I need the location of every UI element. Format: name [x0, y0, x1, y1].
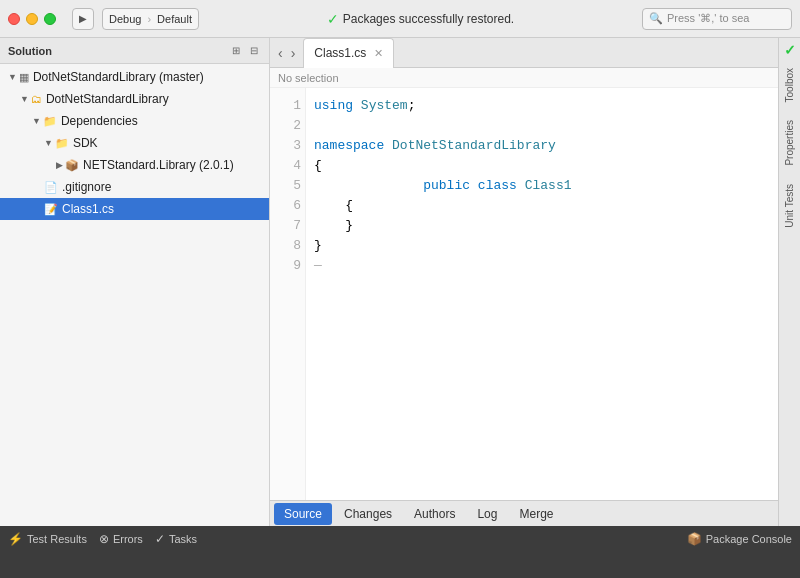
sidebar-item-solution[interactable]: ▼ ▦ DotNetStandardLibrary (master) [0, 66, 269, 88]
caret-icon: ▼ [44, 138, 53, 148]
code-line-2 [314, 116, 770, 136]
tab-source-label: Source [284, 507, 322, 521]
tab-changes-label: Changes [344, 507, 392, 521]
play-button[interactable]: ▶ [72, 8, 94, 30]
editor-status: No selection [270, 68, 778, 88]
line-numbers: 1 2 3 4 5 6 7 8 9 [270, 88, 306, 500]
tab-changes[interactable]: Changes [334, 503, 402, 525]
search-bar[interactable]: 🔍 Press '⌘,' to sea [642, 8, 792, 30]
tab-source[interactable]: Source [274, 503, 332, 525]
code-line-9: — [314, 256, 770, 276]
line-num-6: 6 [278, 196, 301, 216]
netstandard-label: NETStandard.Library (2.0.1) [83, 158, 234, 172]
search-icon: 🔍 [649, 12, 663, 25]
window-controls [8, 13, 56, 25]
errors-label: Errors [113, 533, 143, 545]
error-icon: ⊗ [99, 532, 109, 546]
solution-icon: ▦ [19, 71, 29, 84]
sidebar-collapse-btn[interactable]: ⊟ [247, 44, 261, 57]
sdk-icon: 📁 [55, 137, 69, 150]
minimize-button[interactable] [26, 13, 38, 25]
main-layout: Solution ⊞ ⊟ ▼ ▦ DotNetStandardLibrary (… [0, 38, 800, 526]
csfile-icon: 📝 [44, 203, 58, 216]
test-results-status[interactable]: ⚡ Test Results [8, 532, 87, 546]
sidebar-item-class1[interactable]: 📝 Class1.cs [0, 198, 269, 220]
lightning-icon: ⚡ [8, 532, 23, 546]
code-line-1: using System; [314, 96, 770, 116]
package-console-label: Package Console [706, 533, 792, 545]
keyword-class: class [478, 176, 517, 196]
line-num-9: 9 [278, 256, 301, 276]
namespace-name: DotNetStandardLibrary [392, 136, 556, 156]
gitignore-label: .gitignore [62, 180, 111, 194]
tasks-status[interactable]: ✓ Tasks [155, 532, 197, 546]
class1-label: Class1.cs [62, 202, 114, 216]
debug-separator: › [147, 13, 151, 25]
titlebar: ▶ Debug › Default ✓ Packages successfull… [0, 0, 800, 38]
tasks-label: Tasks [169, 533, 197, 545]
tab-log[interactable]: Log [467, 503, 507, 525]
tab-merge-label: Merge [519, 507, 553, 521]
caret-icon: ▼ [8, 72, 17, 82]
sidebar-item-sdk[interactable]: ▼ 📁 SDK [0, 132, 269, 154]
line-num-3: 3 [278, 136, 301, 156]
restore-status: ✓ Packages successfully restored. [207, 11, 634, 27]
line-num-2: 2 [278, 116, 301, 136]
editor-area: ‹ › Class1.cs ✕ No selection 1 2 3 4 5 6… [270, 38, 778, 526]
toolbox-panel-item[interactable]: Toolbox [782, 60, 797, 110]
check-tasks-icon: ✓ [155, 532, 165, 546]
line-num-1: 1 [278, 96, 301, 116]
tab-merge[interactable]: Merge [509, 503, 563, 525]
errors-status[interactable]: ⊗ Errors [99, 532, 143, 546]
tab-authors-label: Authors [414, 507, 455, 521]
right-panel: ✓ Toolbox Properties Unit Tests [778, 38, 800, 526]
sidebar: Solution ⊞ ⊟ ▼ ▦ DotNetStandardLibrary (… [0, 38, 270, 526]
code-line-5: public class Class1 [314, 176, 770, 196]
code-line-3: namespace DotNetStandardLibrary [314, 136, 770, 156]
tab-class1-label: Class1.cs [314, 46, 366, 60]
code-line-8: } [314, 236, 770, 256]
code-editor[interactable]: 1 2 3 4 5 6 7 8 9 using System; namespac… [270, 88, 778, 500]
line-num-8: 8 [278, 236, 301, 256]
unit-tests-panel-item[interactable]: Unit Tests [782, 176, 797, 236]
package-icon: 📦 [65, 159, 79, 172]
check-icon: ✓ [327, 11, 339, 27]
debug-config[interactable]: Debug › Default [102, 8, 199, 30]
keyword-using: using [314, 96, 353, 116]
code-line-7: } [314, 216, 770, 236]
type-system: System [361, 96, 408, 116]
line-num-5: 5 [278, 176, 301, 196]
sidebar-title: Solution [8, 45, 52, 57]
status-text: Packages successfully restored. [343, 12, 514, 26]
maximize-button[interactable] [44, 13, 56, 25]
project-icon: 🗂 [31, 93, 42, 105]
caret-icon: ▶ [56, 160, 63, 170]
sidebar-item-gitignore[interactable]: 📄 .gitignore [0, 176, 269, 198]
dependencies-icon: 📁 [43, 115, 57, 128]
tab-bar: ‹ › Class1.cs ✕ [270, 38, 778, 68]
config-label: Default [157, 13, 192, 25]
package-console-status[interactable]: 📦 Package Console [687, 532, 792, 546]
close-button[interactable] [8, 13, 20, 25]
tab-close-btn[interactable]: ✕ [374, 47, 383, 60]
sidebar-item-project[interactable]: ▼ 🗂 DotNetStandardLibrary [0, 88, 269, 110]
tab-prev-btn[interactable]: ‹ [274, 38, 287, 68]
tab-authors[interactable]: Authors [404, 503, 465, 525]
tab-next-btn[interactable]: › [287, 38, 300, 68]
code-content[interactable]: using System; namespace DotNetStandardLi… [306, 88, 778, 500]
sidebar-item-netstandard[interactable]: ▶ 📦 NETStandard.Library (2.0.1) [0, 154, 269, 176]
project-label: DotNetStandardLibrary [46, 92, 169, 106]
sidebar-item-dependencies[interactable]: ▼ 📁 Dependencies [0, 110, 269, 132]
status-bar: ⚡ Test Results ⊗ Errors ✓ Tasks 📦 Packag… [0, 526, 800, 552]
tab-class1[interactable]: Class1.cs ✕ [303, 38, 394, 68]
bottom-source-tabs: Source Changes Authors Log Merge [270, 500, 778, 526]
properties-panel-item[interactable]: Properties [782, 112, 797, 174]
sidebar-header: Solution ⊞ ⊟ [0, 38, 269, 64]
test-results-label: Test Results [27, 533, 87, 545]
caret-icon: ▼ [32, 116, 41, 126]
validation-icon: ✓ [784, 42, 796, 58]
sidebar-expand-btn[interactable]: ⊞ [229, 44, 243, 57]
search-placeholder: Press '⌘,' to sea [667, 12, 749, 25]
sidebar-actions: ⊞ ⊟ [229, 44, 261, 57]
keyword-public: public [423, 176, 470, 196]
